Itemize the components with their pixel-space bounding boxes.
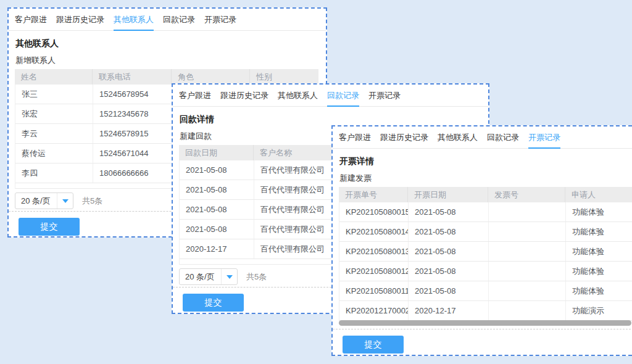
tab-other-contacts[interactable]: 其他联系人 — [278, 85, 318, 106]
tab-bar: 客户跟进 跟进历史记录 其他联系人 回款记录 开票记录 — [333, 126, 632, 149]
cell-ticket-no — [489, 262, 566, 281]
tab-customer-followup[interactable]: 客户跟进 — [179, 85, 211, 106]
cell-payment-date: 2020-12-17 — [180, 239, 254, 259]
add-contact-link[interactable]: 新增联系人 — [15, 55, 56, 66]
cell-invoice-no: KP202105080012 — [339, 262, 409, 281]
cell-invoice-no: KP202105080015 — [339, 202, 409, 221]
cell-applicant: 功能体验 — [566, 281, 632, 300]
table-row: KP202105080011 2021-05-08 功能体验 — [339, 281, 632, 301]
table-row: KP202105080013 2021-05-08 功能体验 — [339, 242, 632, 262]
tab-other-contacts[interactable]: 其他联系人 — [114, 9, 154, 30]
tab-payment-records[interactable]: 回款记录 — [487, 126, 519, 148]
cell-ticket-no — [489, 202, 566, 221]
column-header-ticket-no: 发票号 — [488, 187, 565, 202]
cell-invoice-date: 2021-05-08 — [409, 242, 489, 261]
column-header-gender: 性别 — [250, 69, 318, 85]
table-row: KP202105080012 2021-05-08 功能体验 — [339, 262, 632, 281]
tab-invoice-records[interactable]: 开票记录 — [528, 126, 560, 148]
cell-invoice-no: KP202105080013 — [339, 242, 409, 261]
tab-other-contacts[interactable]: 其他联系人 — [438, 126, 478, 148]
cell-phone: 15246578915 — [93, 124, 172, 143]
cell-ticket-no — [489, 222, 566, 241]
new-payment-link[interactable]: 新建回款 — [180, 131, 212, 142]
cell-name: 李云 — [15, 124, 93, 143]
cell-ticket-no — [489, 281, 566, 300]
caret-box — [221, 269, 237, 284]
cell-phone: 15245678954 — [93, 85, 172, 104]
cell-name: 李四 — [15, 163, 93, 183]
cell-invoice-date: 2021-05-08 — [409, 262, 489, 281]
column-header-payment-date: 回款日期 — [179, 145, 254, 160]
cell-ticket-no — [489, 242, 566, 261]
cell-phone: 15245671044 — [93, 144, 172, 163]
cell-name: 张三 — [15, 85, 93, 104]
chevron-down-icon — [227, 275, 233, 279]
cell-invoice-date: 2021-05-08 — [409, 202, 489, 221]
table-row: KP202012170002 2020-12-17 功能演示 — [339, 301, 632, 321]
submit-button[interactable]: 提交 — [343, 336, 404, 354]
cell-payment-date: 2021-05-08 — [180, 200, 254, 219]
cell-phone: 15212345678 — [93, 104, 172, 123]
pagination: 20 条/页 共5条 — [179, 268, 267, 285]
cell-applicant: 功能演示 — [566, 301, 632, 320]
divider — [333, 329, 632, 329]
column-header-phone: 联系电话 — [93, 69, 172, 85]
cell-invoice-no: KP202105080011 — [339, 281, 409, 300]
cell-invoice-date: 2020-12-17 — [409, 301, 489, 320]
invoices-table: 开票单号 开票日期 发票号 申请人 KP202105080015 2021-05… — [339, 187, 632, 321]
cell-payment-date: 2021-05-08 — [180, 180, 254, 199]
cell-invoice-date: 2021-05-08 — [409, 222, 489, 241]
cell-name: 蔡传运 — [15, 144, 93, 163]
section-title: 其他联系人 — [15, 38, 59, 49]
page-size-value: 20 条/页 — [180, 271, 221, 283]
page-background: { "colors": { "page_bg": "#dde9f7", "pan… — [0, 0, 632, 364]
cell-applicant: 功能体验 — [566, 202, 632, 221]
column-header-name: 姓名 — [15, 69, 93, 85]
cell-applicant: 功能体验 — [566, 222, 632, 241]
cell-phone: 18066666666 — [93, 163, 172, 183]
page-size-select[interactable]: 20 条/页 — [179, 268, 238, 285]
cell-invoice-no: KP202105080014 — [339, 222, 409, 241]
tab-payment-records[interactable]: 回款记录 — [163, 9, 195, 30]
horizontal-scrollbar[interactable] — [339, 320, 631, 326]
cell-ticket-no — [489, 301, 566, 320]
cell-invoice-no: KP202012170002 — [339, 301, 409, 320]
table-row: KP202105080015 2021-05-08 功能体验 — [339, 202, 632, 222]
tab-followup-history[interactable]: 跟进历史记录 — [380, 126, 428, 148]
total-count: 共5条 — [246, 271, 267, 283]
page-size-value: 20 条/页 — [15, 196, 57, 207]
column-header-invoice-date: 开票日期 — [408, 187, 488, 202]
tab-customer-followup[interactable]: 客户跟进 — [339, 126, 371, 148]
submit-button[interactable]: 提交 — [19, 218, 80, 236]
pagination: 20 条/页 共5条 — [15, 192, 102, 209]
table-header-row: 姓名 联系电话 角色 性别 — [15, 69, 318, 85]
table-row: KP202105080014 2021-05-08 功能体验 — [339, 222, 632, 242]
panel-invoices: 客户跟进 跟进历史记录 其他联系人 回款记录 开票记录 开票详情 新建发票 开票… — [331, 125, 632, 356]
table-header-row: 开票单号 开票日期 发票号 申请人 — [339, 187, 632, 202]
tab-followup-history[interactable]: 跟进历史记录 — [56, 9, 104, 30]
tab-bar: 客户跟进 跟进历史记录 其他联系人 回款记录 开票记录 — [9, 9, 326, 31]
cell-invoice-date: 2021-05-08 — [409, 281, 489, 300]
caret-box — [57, 193, 73, 209]
table-body: KP202105080015 2021-05-08 功能体验 KP2021050… — [339, 202, 632, 321]
cell-applicant: 功能体验 — [566, 242, 632, 261]
section-title: 回款详情 — [180, 114, 214, 125]
cell-payment-date: 2021-05-08 — [180, 160, 254, 180]
tab-customer-followup[interactable]: 客户跟进 — [15, 9, 47, 30]
page-size-select[interactable]: 20 条/页 — [15, 192, 73, 209]
column-header-applicant: 申请人 — [565, 187, 632, 202]
tab-payment-records[interactable]: 回款记录 — [327, 85, 359, 106]
tab-bar: 客户跟进 跟进历史记录 其他联系人 回款记录 开票记录 — [173, 85, 488, 107]
tab-followup-history[interactable]: 跟进历史记录 — [220, 85, 268, 106]
cell-payment-date: 2021-05-08 — [180, 220, 254, 239]
section-title: 开票详情 — [339, 156, 374, 167]
total-count: 共5条 — [82, 196, 102, 207]
column-header-invoice-no: 开票单号 — [339, 187, 408, 202]
cell-name: 张宏 — [15, 104, 93, 123]
new-invoice-link[interactable]: 新建发票 — [339, 173, 372, 184]
tab-invoice-records[interactable]: 开票记录 — [204, 9, 236, 30]
cell-applicant: 功能体验 — [566, 262, 632, 281]
submit-button[interactable]: 提交 — [183, 294, 244, 312]
tab-invoice-records[interactable]: 开票记录 — [368, 85, 401, 106]
chevron-down-icon — [62, 199, 69, 203]
